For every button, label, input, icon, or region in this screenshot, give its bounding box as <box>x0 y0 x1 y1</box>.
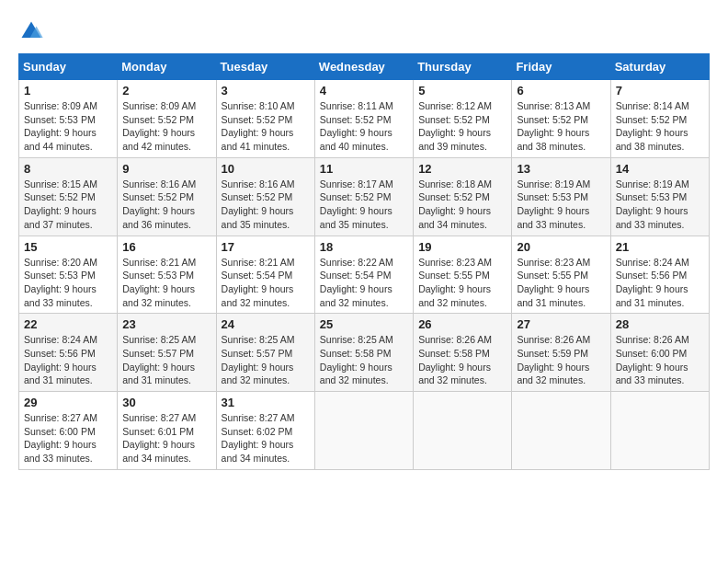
day-header: Friday <box>512 54 610 80</box>
calendar-cell: 25 Sunrise: 8:25 AM Sunset: 5:58 PM Dayl… <box>314 314 413 392</box>
calendar-cell <box>610 392 709 470</box>
calendar-cell <box>512 392 610 470</box>
sunset-label: Sunset: 6:02 PM <box>222 426 293 437</box>
day-number: 9 <box>122 162 210 176</box>
calendar-cell: 11 Sunrise: 8:17 AM Sunset: 5:52 PM Dayl… <box>314 157 413 236</box>
day-number: 1 <box>24 84 112 98</box>
calendar-week: 15 Sunrise: 8:20 AM Sunset: 5:53 PM Dayl… <box>19 236 710 314</box>
day-header: Monday <box>118 54 216 80</box>
sunrise-label: Sunrise: 8:09 AM <box>24 100 97 111</box>
calendar-cell <box>314 392 413 470</box>
sunset-label: Sunset: 5:55 PM <box>517 270 588 281</box>
day-number: 6 <box>517 84 605 98</box>
calendar-cell: 30 Sunrise: 8:27 AM Sunset: 6:01 PM Dayl… <box>118 392 216 470</box>
calendar-header: SundayMondayTuesdayWednesdayThursdayFrid… <box>19 54 710 80</box>
calendar-cell: 1 Sunrise: 8:09 AM Sunset: 5:53 PM Dayli… <box>19 80 118 158</box>
daylight-label: Daylight: 9 hours and 33 minutes. <box>24 283 97 308</box>
logo <box>18 18 48 44</box>
day-number: 20 <box>517 240 605 254</box>
sunrise-label: Sunrise: 8:27 AM <box>24 412 97 423</box>
day-info: Sunrise: 8:21 AM Sunset: 5:53 PM Dayligh… <box>122 256 210 310</box>
day-number: 23 <box>122 317 210 331</box>
day-info: Sunrise: 8:15 AM Sunset: 5:52 PM Dayligh… <box>24 178 112 232</box>
day-info: Sunrise: 8:19 AM Sunset: 5:53 PM Dayligh… <box>517 178 605 232</box>
sunrise-label: Sunrise: 8:21 AM <box>122 257 196 268</box>
sunset-label: Sunset: 5:58 PM <box>418 348 490 359</box>
calendar-cell: 19 Sunrise: 8:23 AM Sunset: 5:55 PM Dayl… <box>414 236 512 314</box>
sunrise-label: Sunrise: 8:17 AM <box>320 178 393 190</box>
day-number: 16 <box>122 240 210 254</box>
calendar-cell: 29 Sunrise: 8:27 AM Sunset: 6:00 PM Dayl… <box>19 392 118 470</box>
sunrise-label: Sunrise: 8:10 AM <box>222 100 295 111</box>
day-number: 22 <box>24 317 112 331</box>
calendar-cell: 17 Sunrise: 8:21 AM Sunset: 5:54 PM Dayl… <box>216 236 314 314</box>
sunset-label: Sunset: 5:56 PM <box>24 348 96 359</box>
sunset-label: Sunset: 5:54 PM <box>320 270 392 281</box>
sunset-label: Sunset: 5:52 PM <box>222 114 293 125</box>
day-number: 28 <box>616 317 704 331</box>
day-number: 30 <box>122 396 210 409</box>
day-number: 18 <box>320 240 408 254</box>
sunset-label: Sunset: 5:53 PM <box>122 270 194 281</box>
daylight-label: Daylight: 9 hours and 40 minutes. <box>320 127 392 152</box>
day-info: Sunrise: 8:11 AM Sunset: 5:52 PM Dayligh… <box>320 99 408 154</box>
day-info: Sunrise: 8:27 AM Sunset: 6:01 PM Dayligh… <box>122 411 210 465</box>
daylight-label: Daylight: 9 hours and 34 minutes. <box>122 439 195 464</box>
day-number: 2 <box>122 84 210 98</box>
calendar: SundayMondayTuesdayWednesdayThursdayFrid… <box>18 53 710 470</box>
daylight-label: Daylight: 9 hours and 32 minutes. <box>222 283 294 308</box>
sunrise-label: Sunrise: 8:09 AM <box>122 100 196 111</box>
daylight-label: Daylight: 9 hours and 33 minutes. <box>616 362 688 386</box>
sunrise-label: Sunrise: 8:21 AM <box>222 257 295 268</box>
day-number: 17 <box>222 240 310 254</box>
sunrise-label: Sunrise: 8:11 AM <box>320 100 393 111</box>
daylight-label: Daylight: 9 hours and 33 minutes. <box>616 205 688 230</box>
day-number: 13 <box>517 162 605 176</box>
sunrise-label: Sunrise: 8:16 AM <box>122 178 196 190</box>
sunset-label: Sunset: 6:00 PM <box>24 426 96 437</box>
day-header: Saturday <box>610 54 709 80</box>
day-number: 25 <box>320 317 408 331</box>
calendar-cell: 7 Sunrise: 8:14 AM Sunset: 5:52 PM Dayli… <box>610 80 709 158</box>
day-number: 15 <box>24 240 112 254</box>
sunrise-label: Sunrise: 8:25 AM <box>222 334 295 345</box>
sunrise-label: Sunrise: 8:20 AM <box>24 257 97 268</box>
sunrise-label: Sunrise: 8:27 AM <box>222 412 295 423</box>
sunset-label: Sunset: 5:58 PM <box>320 348 392 359</box>
sunrise-label: Sunrise: 8:26 AM <box>418 334 492 345</box>
calendar-cell: 4 Sunrise: 8:11 AM Sunset: 5:52 PM Dayli… <box>314 80 413 158</box>
calendar-cell: 8 Sunrise: 8:15 AM Sunset: 5:52 PM Dayli… <box>19 157 118 236</box>
daylight-label: Daylight: 9 hours and 35 minutes. <box>320 205 392 230</box>
calendar-cell: 10 Sunrise: 8:16 AM Sunset: 5:52 PM Dayl… <box>216 157 314 236</box>
calendar-cell: 3 Sunrise: 8:10 AM Sunset: 5:52 PM Dayli… <box>216 80 314 158</box>
calendar-cell: 5 Sunrise: 8:12 AM Sunset: 5:52 PM Dayli… <box>414 80 512 158</box>
day-info: Sunrise: 8:26 AM Sunset: 6:00 PM Dayligh… <box>616 333 704 387</box>
daylight-label: Daylight: 9 hours and 39 minutes. <box>418 127 491 152</box>
calendar-cell: 24 Sunrise: 8:25 AM Sunset: 5:57 PM Dayl… <box>216 314 314 392</box>
day-header: Sunday <box>19 54 118 80</box>
day-number: 8 <box>24 162 112 176</box>
daylight-label: Daylight: 9 hours and 32 minutes. <box>418 362 491 386</box>
daylight-label: Daylight: 9 hours and 34 minutes. <box>222 439 294 464</box>
day-number: 24 <box>222 317 310 331</box>
daylight-label: Daylight: 9 hours and 33 minutes. <box>517 205 589 230</box>
sunset-label: Sunset: 5:56 PM <box>616 270 688 281</box>
day-info: Sunrise: 8:25 AM Sunset: 5:58 PM Dayligh… <box>320 333 408 387</box>
sunrise-label: Sunrise: 8:19 AM <box>517 178 590 190</box>
calendar-cell: 22 Sunrise: 8:24 AM Sunset: 5:56 PM Dayl… <box>19 314 118 392</box>
sunset-label: Sunset: 5:57 PM <box>222 348 293 359</box>
day-header: Thursday <box>414 54 512 80</box>
calendar-cell: 16 Sunrise: 8:21 AM Sunset: 5:53 PM Dayl… <box>118 236 216 314</box>
day-info: Sunrise: 8:09 AM Sunset: 5:53 PM Dayligh… <box>24 99 112 154</box>
daylight-label: Daylight: 9 hours and 37 minutes. <box>24 205 97 230</box>
sunrise-label: Sunrise: 8:23 AM <box>517 257 590 268</box>
day-number: 4 <box>320 84 408 98</box>
calendar-cell <box>414 392 512 470</box>
day-number: 12 <box>418 162 506 176</box>
sunrise-label: Sunrise: 8:24 AM <box>616 257 689 268</box>
day-number: 31 <box>222 396 310 409</box>
sunset-label: Sunset: 5:52 PM <box>222 191 293 202</box>
daylight-label: Daylight: 9 hours and 41 minutes. <box>222 127 294 152</box>
day-info: Sunrise: 8:26 AM Sunset: 5:58 PM Dayligh… <box>418 333 506 387</box>
sunset-label: Sunset: 5:57 PM <box>122 348 194 359</box>
